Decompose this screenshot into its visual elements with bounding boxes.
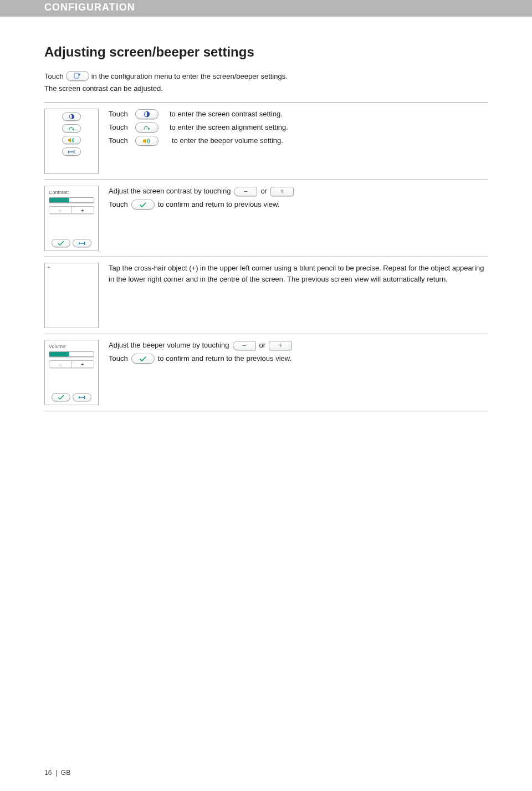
svg-rect-6	[84, 242, 85, 245]
row1-l1: to enter the screen contrast setting.	[170, 109, 283, 120]
mini-back-button	[73, 393, 91, 401]
row4-l2b: to confirm and return to the previous vi…	[158, 353, 291, 364]
page-footer: 16 | GB	[44, 769, 70, 777]
mini-screen-contrast: Contrast: – +	[44, 186, 99, 251]
screen-beeper-icon	[66, 71, 89, 81]
svg-rect-3	[74, 150, 74, 154]
mini-contrast-pm: – +	[49, 206, 94, 214]
intro-b: in the configuration menu to enter the s…	[91, 72, 288, 80]
desc-alignment: Tap the cross-hair object (+) in the upp…	[109, 263, 488, 285]
block-contrast: Contrast: – + Adjust the screen contrast…	[44, 180, 488, 257]
svg-rect-8	[84, 396, 85, 399]
mini-volume-label: Volume:	[49, 344, 96, 349]
mini-screen-volume: Volume: – +	[44, 340, 99, 405]
footer-page: 16	[44, 769, 52, 777]
row4-l1a: Adjust the beeper volume by touching	[109, 340, 229, 351]
mini-contrast-bar	[49, 197, 94, 203]
mini-contrast-label: Contrast:	[49, 190, 96, 195]
block-alignment: + Tap the cross-hair object (+) in the u…	[44, 257, 488, 334]
mini-volume-button	[62, 136, 81, 144]
footer-sep: |	[55, 769, 57, 777]
intro-a: Touch	[44, 72, 64, 80]
mini-minus-icon: –	[49, 361, 71, 368]
svg-rect-5	[80, 243, 85, 243]
row2-l2b: to confirm and return to previous view.	[158, 199, 280, 210]
mini-volume-pm: – +	[49, 360, 94, 368]
svg-rect-7	[80, 397, 85, 397]
row1-l3: to enter the beeper volume setting.	[172, 135, 283, 146]
plus-key-icon: +	[269, 341, 292, 350]
volume-icon	[135, 136, 158, 146]
svg-rect-0	[74, 73, 79, 78]
mini-alignment-button	[62, 124, 81, 132]
row2-l1a: Adjust the screen contrast by touching	[109, 186, 231, 197]
desc-menu: Touch to enter the screen contrast setti…	[109, 109, 488, 149]
row2-l2a: Touch	[109, 199, 128, 210]
mini-volume-bar	[49, 351, 94, 357]
block-volume: Volume: – + Adjust the beeper volume by …	[44, 334, 488, 411]
mini-screen-menu	[44, 109, 99, 174]
svg-rect-2	[70, 151, 74, 152]
block-menu: Touch to enter the screen contrast setti…	[44, 103, 488, 180]
header-title: CONFIGURATION	[44, 2, 135, 13]
page-title: Adjusting screen/beeper settings	[44, 44, 488, 60]
desc-volume: Adjust the beeper volume by touching – o…	[109, 340, 488, 366]
intro-line-2: The screen contrast can be adjusted.	[44, 84, 488, 93]
minus-key-icon: –	[234, 187, 257, 196]
touch-label: Touch	[109, 135, 132, 146]
intro-line-1: Touch in the configuration menu to enter…	[44, 71, 488, 81]
footer-locale: GB	[61, 769, 70, 777]
mini-minus-icon: –	[49, 207, 71, 213]
touch-label: Touch	[109, 109, 132, 120]
crosshair-icon: +	[47, 264, 50, 271]
mini-screen-alignment: +	[44, 263, 99, 328]
row4-or: or	[259, 340, 266, 351]
confirm-icon	[131, 200, 155, 210]
desc-contrast: Adjust the screen contrast by touching –…	[109, 186, 488, 212]
page-content: Adjusting screen/beeper settings Touch i…	[0, 17, 532, 411]
mini-back-button	[62, 147, 81, 156]
row4-l2a: Touch	[109, 353, 128, 364]
mini-back-button	[73, 239, 91, 247]
row2-or: or	[260, 186, 267, 197]
separator	[44, 411, 488, 411]
touch-label: Touch	[109, 122, 132, 133]
contrast-icon	[135, 109, 158, 119]
mini-confirm-button	[52, 239, 70, 247]
mini-confirm-button	[52, 393, 70, 401]
plus-key-icon: +	[270, 187, 294, 196]
minus-key-icon: –	[233, 341, 256, 350]
row1-l2: to enter the screen alignment setting.	[170, 122, 288, 133]
alignment-icon	[135, 123, 158, 132]
confirm-icon	[131, 354, 155, 364]
mini-plus-icon: +	[71, 207, 94, 213]
mini-contrast-button	[62, 113, 81, 121]
mini-plus-icon: +	[71, 361, 94, 368]
header-bar: CONFIGURATION	[0, 0, 532, 17]
